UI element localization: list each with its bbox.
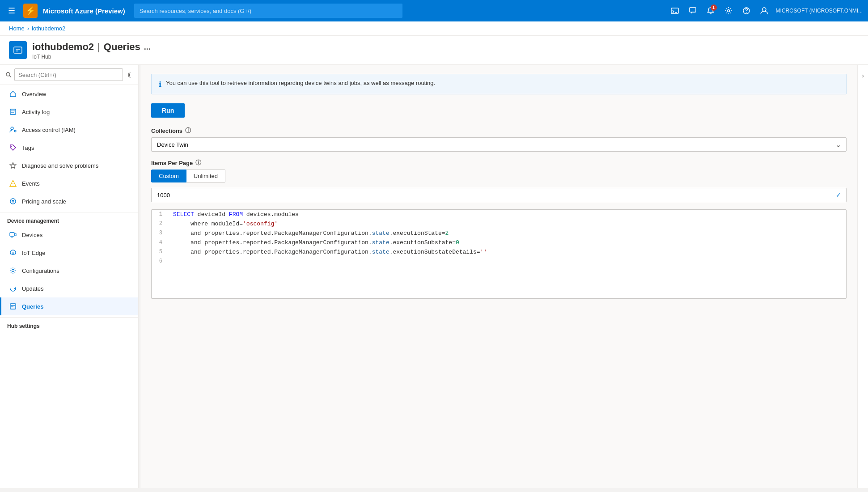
sidebar-item-overview[interactable]: Overview [0, 85, 138, 103]
right-panel-expand[interactable]: › [857, 65, 868, 488]
sidebar-item-configurations-label: Configurations [22, 267, 59, 274]
breadcrumb-separator: › [27, 25, 29, 32]
sidebar-item-queries[interactable]: Queries [0, 297, 138, 315]
code-content-4: and properties.reported.PackageManagerCo… [169, 239, 846, 246]
updates-icon [8, 284, 17, 293]
devices-icon [8, 230, 17, 239]
info-banner-message: You can use this tool to retrieve inform… [166, 80, 435, 86]
topbar-actions: 1 MICROSOFT (MICROSOFT.ONMI... [667, 3, 863, 19]
sidebar-item-diagnose-label: Diagnose and solve problems [22, 162, 98, 169]
page-title: iothubdemo2 | Queries ... [32, 41, 859, 53]
sidebar-item-pricing-label: Pricing and scale [22, 198, 66, 205]
cloud-shell-icon[interactable] [667, 3, 683, 19]
items-per-page-label: Items Per Page ⓘ [151, 159, 847, 167]
sidebar-nav: Overview Activity log Access control (IA… [0, 85, 138, 488]
collections-info-icon[interactable]: ⓘ [185, 127, 191, 135]
svg-point-3 [727, 10, 729, 12]
items-per-page-select-wrapper: 1000 100 500 [151, 188, 847, 202]
iot-edge-icon [8, 248, 17, 257]
breadcrumb-current[interactable]: iothubdemo2 [32, 25, 65, 32]
device-management-header: Device management [0, 212, 138, 226]
hub-settings-header: Hub settings [0, 317, 138, 331]
collections-field-group: Collections ⓘ Device Twin Jobs Message R… [151, 127, 847, 152]
overview-icon [8, 89, 17, 98]
notification-badge: 1 [711, 4, 717, 11]
line-number-4: 4 [152, 239, 169, 246]
code-line-5: 5 and properties.reported.PackageManager… [152, 247, 846, 257]
svg-point-6 [762, 8, 766, 11]
items-per-page-select[interactable]: 1000 100 500 [151, 188, 847, 202]
sidebar-item-access-control[interactable]: Access control (IAM) [0, 121, 138, 139]
menu-hamburger-icon[interactable]: ☰ [5, 3, 18, 18]
info-banner-icon: ℹ [159, 80, 161, 89]
code-line-6: 6 [152, 257, 846, 265]
svg-point-13 [11, 127, 13, 130]
settings-icon[interactable] [720, 3, 737, 19]
svg-rect-10 [10, 109, 16, 115]
svg-rect-23 [15, 233, 16, 236]
items-per-page-field-group: Items Per Page ⓘ Custom Unlimited 1000 1… [151, 159, 847, 202]
sidebar-item-diagnose[interactable]: Diagnose and solve problems [0, 157, 138, 174]
resource-icon [9, 41, 27, 59]
help-icon[interactable] [738, 3, 754, 19]
notifications-icon[interactable]: 1 [703, 3, 719, 19]
code-line-2: 2 where moduleId='osconfig' [152, 219, 846, 229]
toggle-custom-button[interactable]: Custom [151, 170, 186, 182]
sidebar-item-devices[interactable]: Devices [0, 226, 138, 244]
code-line-3: 3 and properties.reported.PackageManager… [152, 229, 846, 238]
sidebar-item-access-control-label: Access control (IAM) [22, 127, 76, 133]
collections-label: Collections ⓘ [151, 127, 847, 135]
breadcrumb-home[interactable]: Home [9, 25, 25, 32]
page-name: Queries [104, 41, 140, 53]
code-line-4: 4 and properties.reported.PackageManager… [152, 238, 846, 247]
line-number-2: 2 [152, 220, 169, 227]
main-layout: ⟪ Overview Activity log Access control (… [0, 65, 868, 488]
feedback-icon[interactable] [685, 3, 701, 19]
items-per-page-toggle-group: Custom Unlimited [151, 170, 847, 182]
queries-icon [8, 302, 17, 311]
sidebar-item-events-label: Events [22, 180, 40, 187]
code-line-1: 1 SELECT deviceId FROM devices.modules [152, 210, 846, 219]
sidebar-item-updates-label: Updates [22, 285, 43, 292]
account-icon[interactable] [756, 3, 772, 19]
line-number-1: 1 [152, 211, 169, 217]
resource-name: iothubdemo2 [32, 41, 94, 53]
code-content-3: and properties.reported.PackageManagerCo… [169, 229, 846, 237]
code-editor[interactable]: 1 SELECT deviceId FROM devices.modules 2… [151, 209, 847, 299]
sidebar-search-icon [5, 72, 12, 78]
run-button[interactable]: Run [151, 103, 185, 118]
sidebar: ⟪ Overview Activity log Access control (… [0, 65, 139, 488]
sidebar-item-tags[interactable]: Tags [0, 139, 138, 157]
line-number-6: 6 [152, 258, 169, 264]
sidebar-item-iot-edge[interactable]: IoT Edge [0, 244, 138, 262]
sidebar-item-events[interactable]: Events [0, 174, 138, 192]
code-content-1: SELECT deviceId FROM devices.modules [169, 211, 846, 218]
activity-log-icon [8, 107, 17, 116]
sidebar-item-updates[interactable]: Updates [0, 280, 138, 297]
content-area: ℹ You can use this tool to retrieve info… [140, 65, 857, 488]
sidebar-item-configurations[interactable]: Configurations [0, 262, 138, 280]
azure-spark-icon: ⚡ [23, 4, 38, 18]
pricing-icon [8, 197, 17, 206]
collections-select[interactable]: Device Twin Jobs Message Routing [151, 137, 847, 152]
svg-point-26 [12, 270, 14, 272]
tags-icon [8, 143, 17, 152]
diagnose-icon [8, 161, 17, 170]
items-per-page-info-icon[interactable]: ⓘ [195, 159, 201, 167]
global-search-input[interactable] [134, 4, 402, 18]
svg-rect-2 [690, 8, 696, 12]
code-content-2: where moduleId='osconfig' [169, 220, 846, 228]
line-number-5: 5 [152, 248, 169, 255]
sidebar-item-devices-label: Devices [22, 232, 42, 238]
sidebar-search-input[interactable] [14, 68, 123, 81]
line-number-3: 3 [152, 229, 169, 236]
sidebar-item-tags-label: Tags [22, 144, 34, 151]
sidebar-item-pricing[interactable]: Pricing and scale [0, 192, 138, 210]
code-content-5: and properties.reported.PackageManagerCo… [169, 248, 846, 256]
toggle-unlimited-button[interactable]: Unlimited [186, 170, 225, 182]
more-options-button[interactable]: ... [144, 42, 151, 52]
sidebar-item-activity-log[interactable]: Activity log [0, 103, 138, 121]
svg-point-5 [746, 12, 746, 13]
page-title-group: iothubdemo2 | Queries ... IoT Hub [32, 41, 859, 60]
sidebar-collapse-button[interactable]: ⟪ [126, 69, 133, 80]
